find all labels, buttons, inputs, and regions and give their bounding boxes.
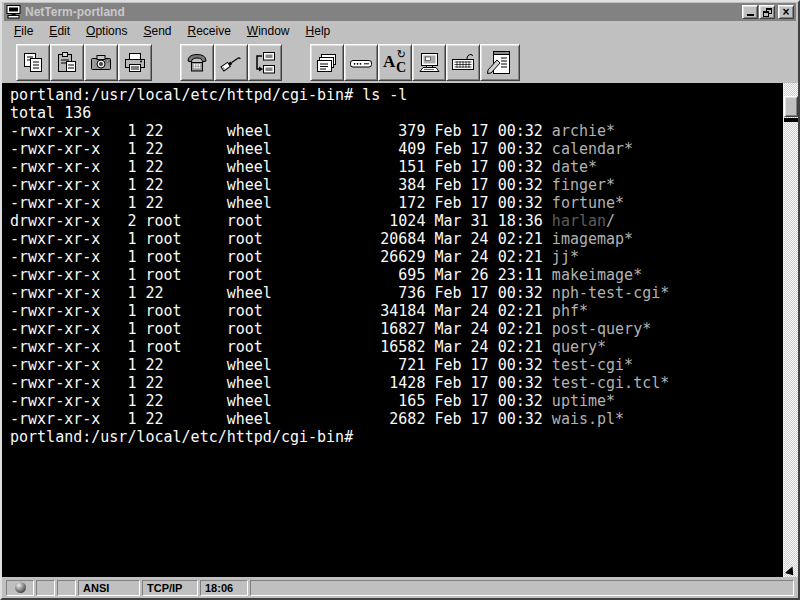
terminal-line: total 136 <box>10 104 783 122</box>
display-settings-button[interactable] <box>412 44 446 81</box>
menu-send[interactable]: Send <box>135 22 179 40</box>
terminal-line: -rwxr-xr-x 1 root root 34184 Mar 24 02:2… <box>10 302 783 320</box>
terminal-line: -rwxr-xr-x 1 root root 16827 Mar 24 02:2… <box>10 320 783 338</box>
status-message-panel <box>250 580 794 596</box>
toolbar: A ↻ C <box>2 41 798 83</box>
phone-icon <box>185 51 209 75</box>
cable-icon <box>219 51 243 75</box>
keyboard-icon <box>451 51 475 75</box>
toolbar-group-connection <box>180 44 282 81</box>
restore-button[interactable] <box>759 5 775 19</box>
scrollbar-down-arrow-icon[interactable] <box>785 567 797 579</box>
terminal-line: -rwxr-xr-x 1 22 wheel 2682 Feb 17 00:32 … <box>10 410 783 428</box>
connection-indicator-panel <box>6 580 34 596</box>
terminal-line: -rwxr-xr-x 1 root root 26629 Mar 24 02:2… <box>10 248 783 266</box>
file-transfer-button[interactable] <box>248 44 282 81</box>
scrollbar-thumb[interactable] <box>784 96 798 117</box>
toolbar-group-clipboard <box>16 44 152 81</box>
printer-icon <box>123 51 147 75</box>
connection-status-ball-icon <box>15 582 26 593</box>
computers-transfer-icon <box>253 51 277 75</box>
terminal-line: -rwxr-xr-x 1 22 wheel 409 Feb 17 00:32 c… <box>10 140 783 158</box>
terminal-screen[interactable]: portland:/usr/local/etc/httpd/cgi-bin# l… <box>2 83 783 577</box>
status-panel-empty-2 <box>57 580 76 596</box>
terminal-container: portland:/usr/local/etc/httpd/cgi-bin# l… <box>2 83 798 577</box>
menu-edit[interactable]: Edit <box>41 22 78 40</box>
phone-directory-button[interactable] <box>310 44 344 81</box>
modem-settings-button[interactable] <box>344 44 378 81</box>
monitor-icon <box>417 51 441 75</box>
status-panel-empty-1 <box>36 580 55 596</box>
terminal-line: -rwxr-xr-x 1 22 wheel 151 Feb 17 00:32 d… <box>10 158 783 176</box>
netterm-window: NetTerm-portland × FileEditOptionsSendRe… <box>0 0 800 600</box>
terminal-line: -rwxr-xr-x 1 22 wheel 1428 Feb 17 00:32 … <box>10 374 783 392</box>
terminal-line: -rwxr-xr-x 1 root root 20684 Mar 24 02:2… <box>10 230 783 248</box>
status-bar: ANSI TCP/IP 18:06 <box>2 577 798 598</box>
copy-icon <box>21 51 45 75</box>
menu-options[interactable]: Options <box>78 22 135 40</box>
clock-status: 18:06 <box>200 580 248 596</box>
minimize-icon <box>747 14 754 16</box>
vertical-scrollbar[interactable] <box>783 83 798 577</box>
restore-icon <box>763 8 772 17</box>
terminal-line: -rwxr-xr-x 1 root root 695 Mar 26 23:11 … <box>10 266 783 284</box>
scrollbar-thumb-shadow <box>784 118 798 122</box>
card-file-icon <box>315 51 339 75</box>
menu-file[interactable]: File <box>6 22 41 40</box>
terminal-line: -rwxr-xr-x 1 root root 16582 Mar 24 02:2… <box>10 338 783 356</box>
font-abc-icon: A ↻ C <box>383 51 407 75</box>
terminal-line: drwxr-xr-x 2 root root 1024 Mar 31 18:36… <box>10 212 783 230</box>
terminal-line: -rwxr-xr-x 1 22 wheel 721 Feb 17 00:32 t… <box>10 356 783 374</box>
menu-receive[interactable]: Receive <box>179 22 238 40</box>
netterm-app-icon <box>6 5 22 19</box>
window-title: NetTerm-portland <box>25 5 741 19</box>
notepad-pencil-icon <box>486 50 514 76</box>
menu-help[interactable]: Help <box>298 22 339 40</box>
print-button[interactable] <box>118 44 152 81</box>
terminal-line: -rwxr-xr-x 1 22 wheel 172 Feb 17 00:32 f… <box>10 194 783 212</box>
capture-button[interactable] <box>84 44 118 81</box>
terminal-line: -rwxr-xr-x 1 22 wheel 736 Feb 17 00:32 n… <box>10 284 783 302</box>
paste-icon <box>55 51 79 75</box>
close-button[interactable]: × <box>778 5 794 19</box>
camera-icon <box>89 51 113 75</box>
protocol-status: TCP/IP <box>142 580 198 596</box>
menu-window[interactable]: Window <box>239 22 298 40</box>
terminal-line: -rwxr-xr-x 1 22 wheel 379 Feb 17 00:32 a… <box>10 122 783 140</box>
disconnect-button[interactable] <box>214 44 248 81</box>
title-bar[interactable]: NetTerm-portland × <box>4 3 796 21</box>
emulation-status: ANSI <box>78 580 140 596</box>
menu-bar: FileEditOptionsSendReceiveWindowHelp <box>2 21 798 41</box>
toolbar-group-settings: A ↻ C <box>310 44 520 81</box>
dial-button[interactable] <box>180 44 214 81</box>
terminal-line: portland:/usr/local/etc/httpd/cgi-bin# <box>10 428 783 446</box>
paste-button[interactable] <box>50 44 84 81</box>
terminal-line: -rwxr-xr-x 1 22 wheel 384 Feb 17 00:32 f… <box>10 176 783 194</box>
options-button[interactable] <box>480 44 520 81</box>
font-settings-button[interactable]: A ↻ C <box>378 44 412 81</box>
keyboard-settings-button[interactable] <box>446 44 480 81</box>
terminal-line: -rwxr-xr-x 1 22 wheel 165 Feb 17 00:32 u… <box>10 392 783 410</box>
terminal-line: portland:/usr/local/etc/httpd/cgi-bin# l… <box>10 86 783 104</box>
copy-button[interactable] <box>16 44 50 81</box>
minimize-button[interactable] <box>742 5 758 19</box>
close-icon: × <box>782 7 789 17</box>
modem-icon <box>349 51 373 75</box>
